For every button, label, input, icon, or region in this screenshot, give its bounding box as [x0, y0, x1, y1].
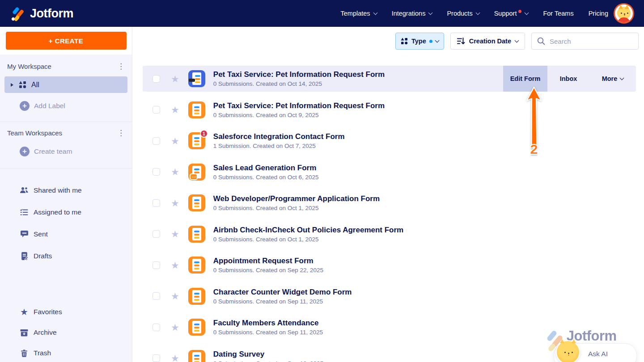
- chevron-down-icon: [620, 76, 624, 80]
- row-checkbox[interactable]: [153, 137, 160, 145]
- filter-active-dot: [429, 40, 432, 43]
- my-workspace-header: My Workspace ⋮: [0, 55, 132, 70]
- form-meta: 1 Submission. Created on Oct 7, 2025: [213, 143, 345, 149]
- top-navbar: Jotform Templates Integrations Products …: [0, 0, 644, 27]
- row-checkbox[interactable]: [153, 292, 160, 300]
- form-title[interactable]: Salesforce Integration Contact Form: [213, 132, 345, 141]
- form-type-icon: [188, 226, 205, 243]
- sidebar-item-all[interactable]: All: [4, 76, 127, 93]
- sort-button[interactable]: Creation Date: [450, 33, 525, 50]
- form-row[interactable]: ★ Character Counter Widget Demo Form 0 S…: [143, 283, 636, 309]
- form-row[interactable]: ★ Appointment Request Form 0 Submissions…: [143, 252, 636, 278]
- sidebar-item-assigned-to-me[interactable]: Assigned to me: [0, 201, 132, 223]
- form-type-icon: [188, 101, 205, 118]
- edit-form-button[interactable]: Edit Form: [503, 66, 547, 92]
- sidebar-item-drafts[interactable]: Drafts: [0, 245, 132, 267]
- favorite-star-icon[interactable]: ★: [171, 105, 179, 114]
- podo-mascot-icon: [556, 340, 580, 362]
- navbar-item-label: For Teams: [543, 10, 573, 17]
- sidebar-item-label: Archive: [34, 328, 57, 337]
- navbar-item-label: Support: [494, 10, 517, 17]
- favorite-star-icon[interactable]: ★: [171, 261, 179, 270]
- navbar-item[interactable]: For Teams: [543, 10, 573, 17]
- form-row[interactable]: ★ Sales Lead Generation Form 0 Submissio…: [143, 159, 636, 185]
- row-actions: Edit Form Inbox More: [503, 66, 636, 92]
- user-avatar[interactable]: [614, 3, 634, 24]
- form-title[interactable]: Web Developer/Programmer Application For…: [213, 194, 380, 203]
- navbar-item[interactable]: Integrations: [392, 10, 432, 17]
- form-title[interactable]: Sales Lead Generation Form: [213, 164, 319, 173]
- sidebar-item-archive[interactable]: Archive: [0, 322, 132, 343]
- chevron-down-icon: [373, 10, 377, 15]
- jotform-logo[interactable]: Jotform: [12, 5, 73, 21]
- create-button[interactable]: + CREATE: [6, 32, 127, 50]
- navbar-menu: Templates Integrations Products Support …: [341, 10, 608, 17]
- workspace-menu-icon[interactable]: ⋮: [117, 63, 125, 70]
- sidebar-item-favorites[interactable]: ★ Favorites: [0, 302, 132, 322]
- plus-icon: +: [20, 147, 30, 156]
- form-title[interactable]: Character Counter Widget Demo Form: [213, 288, 352, 297]
- form-title[interactable]: Pet Taxi Service: Pet Information Reques…: [213, 101, 385, 110]
- form-title[interactable]: Pet Taxi Service: Pet Information Reques…: [213, 70, 385, 79]
- form-meta: 0 Submissions. Created on Oct 9, 2025: [213, 112, 385, 118]
- form-type-icon: 1: [188, 132, 205, 149]
- form-row[interactable]: ★ Airbnb Check-InCheck Out Policies Agre…: [143, 221, 636, 247]
- users-icon: [20, 186, 29, 195]
- form-row[interactable]: ★ Pet Taxi Service: Pet Information Requ…: [143, 66, 636, 92]
- favorite-star-icon[interactable]: ★: [171, 136, 179, 146]
- type-filter-button[interactable]: Type: [395, 33, 444, 50]
- form-meta: 0 Submissions. Created on Oct 14, 2025: [213, 80, 385, 87]
- favorite-star-icon[interactable]: ★: [171, 291, 179, 301]
- row-checkbox[interactable]: [153, 354, 160, 362]
- trash-icon: [20, 349, 29, 358]
- add-label-text: Add Label: [34, 102, 65, 110]
- favorite-star-icon[interactable]: ★: [171, 167, 179, 177]
- expand-caret-icon[interactable]: [11, 83, 13, 87]
- favorite-star-icon[interactable]: ★: [171, 229, 179, 239]
- create-team-text: Create team: [34, 147, 72, 156]
- favorite-star-icon[interactable]: ★: [171, 74, 179, 84]
- form-row[interactable]: ★ Web Developer/Programmer Application F…: [143, 190, 636, 216]
- inbox-button[interactable]: Inbox: [547, 75, 589, 82]
- form-title[interactable]: Dating Survey: [213, 350, 323, 359]
- form-row[interactable]: ★ Pet Taxi Service: Pet Information Requ…: [143, 97, 636, 123]
- sidebar-item-shared-with-me[interactable]: Shared with me: [0, 179, 132, 201]
- form-row[interactable]: ★ 1 Salesforce Integration Contact Form …: [143, 128, 636, 154]
- form-type-icon: [188, 257, 205, 274]
- sidebar: + CREATE My Workspace ⋮ All + Add Label …: [0, 27, 132, 362]
- message-icon: [20, 230, 29, 239]
- row-checkbox[interactable]: [153, 168, 160, 176]
- add-label-button[interactable]: + Add Label: [20, 101, 125, 111]
- form-type-icon: [188, 319, 205, 336]
- row-checkbox[interactable]: [153, 230, 160, 238]
- row-checkbox[interactable]: [153, 324, 160, 331]
- navbar-item[interactable]: Templates: [341, 10, 377, 17]
- sidebar-item-label: Trash: [34, 349, 51, 357]
- sidebar-item-sent[interactable]: Sent: [0, 223, 132, 245]
- form-type-icon: [188, 350, 205, 362]
- sidebar-item-trash[interactable]: Trash: [0, 343, 132, 362]
- team-workspaces-header: Team Workspaces ⋮: [0, 122, 132, 137]
- form-meta: 0 Submissions. Created on Oct 1, 2025: [213, 236, 403, 243]
- form-title[interactable]: Appointment Request Form: [213, 257, 323, 265]
- favorite-star-icon[interactable]: ★: [171, 354, 179, 362]
- create-team-button[interactable]: + Create team: [20, 147, 125, 156]
- form-meta: 0 Submissions. Created on Sep 22, 2025: [213, 267, 323, 274]
- row-checkbox[interactable]: [153, 106, 160, 114]
- row-checkbox[interactable]: [153, 261, 160, 269]
- chevron-down-icon: [435, 38, 439, 42]
- favorite-star-icon[interactable]: ★: [171, 323, 179, 332]
- form-title[interactable]: Faculty Members Attendance: [213, 319, 323, 328]
- ask-ai-chip[interactable]: Ask AI: [554, 343, 637, 362]
- navbar-item[interactable]: Products: [447, 10, 479, 17]
- favorite-star-icon[interactable]: ★: [171, 198, 179, 208]
- more-button[interactable]: More: [589, 75, 636, 82]
- navbar-item[interactable]: Pricing: [589, 10, 608, 17]
- navbar-item[interactable]: Support: [494, 10, 529, 17]
- row-checkbox[interactable]: [153, 199, 160, 207]
- team-menu-icon[interactable]: ⋮: [117, 129, 125, 137]
- row-checkbox[interactable]: [153, 75, 160, 83]
- form-title[interactable]: Airbnb Check-InCheck Out Policies Agreem…: [213, 226, 403, 235]
- search-input[interactable]: [550, 38, 639, 45]
- star-icon: ★: [20, 307, 29, 316]
